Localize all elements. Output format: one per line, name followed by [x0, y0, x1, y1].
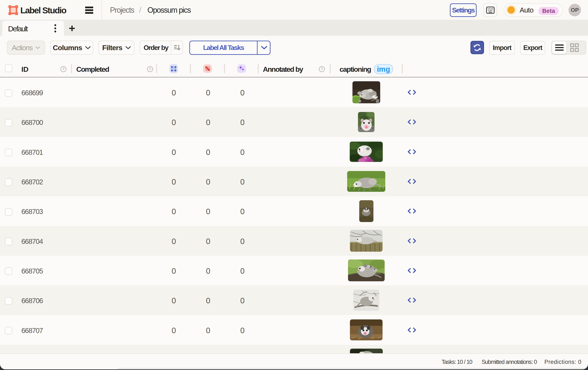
svg-text:?: ?: [62, 67, 64, 71]
svg-text:?: ?: [321, 67, 323, 71]
svg-text:?: ?: [149, 67, 151, 71]
